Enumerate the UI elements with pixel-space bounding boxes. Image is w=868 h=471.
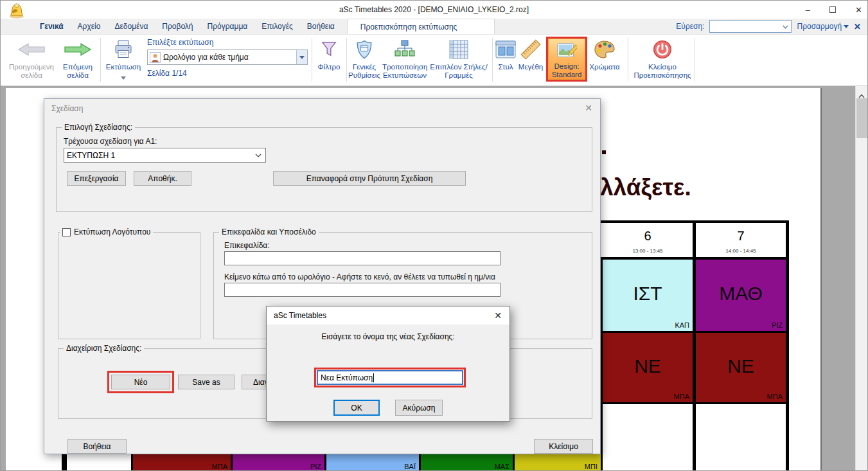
timetable-cell: ΜΑΘ ΡΙΖ [696, 260, 786, 331]
annotation-name-input [314, 368, 466, 387]
scrollbar-thumb[interactable] [856, 98, 867, 138]
close-preview-button[interactable]: Κλείσιμο Προεπισκόπησης [633, 37, 692, 80]
group-label: Επιλογή Σχεδίασης: [62, 123, 135, 132]
save-as-label: Save as [192, 378, 220, 387]
colors-button[interactable]: Χρώματα [588, 37, 621, 71]
report-combobox-value: Ωρολόγιο για κάθε τμήμα [161, 53, 296, 62]
group-label: Διαχείριση Σχεδίασης: [64, 344, 144, 353]
save-as-button[interactable]: Save as [178, 375, 235, 389]
cancel-button[interactable]: Ακύρωση [395, 400, 443, 416]
tab-print-preview[interactable]: Προεπισκόπηση εκτύπωσης [347, 19, 495, 34]
dialog-title: aSc Timetables [274, 311, 326, 320]
close-window-button[interactable]: ✕ [855, 6, 862, 14]
period-time: 14:00 - 14:45 [696, 248, 786, 254]
group-design-selection: Επιλογή Σχεδίασης: Τρέχουσα σχεδίαση για… [56, 127, 592, 212]
style-button[interactable]: Στυλ [494, 37, 517, 71]
cell-teacher: ΜΠΙ [585, 463, 598, 470]
timetable-cell: ΙΣΤ ΚΑΠ [603, 260, 693, 331]
timetable-header-col6: 6 13:00 - 13:45 [603, 223, 693, 257]
arrow-right-icon [64, 42, 92, 57]
ok-label: OK [351, 404, 362, 413]
next-page-label: Επόμενη σελίδα [63, 63, 93, 79]
reset-default-design-button[interactable]: Επαναφορά στην Πρότυπη Σχεδίαση [273, 171, 466, 186]
general-settings-button[interactable]: Γενικές Ρυθμίσεις [348, 37, 381, 80]
timetable-empty-cell [696, 404, 786, 471]
chevron-down-icon [844, 25, 849, 28]
print-logo-checkbox[interactable] [62, 228, 71, 236]
select-print-label: Επιλέξτε εκτύπωση [147, 38, 213, 47]
close-button[interactable]: Κλείσιμο [534, 439, 593, 454]
period-number: 7 [696, 229, 786, 244]
cell-teacher: ΜΠΑ [767, 393, 783, 400]
close-label: Κλείσιμο [549, 442, 578, 451]
toolbar-separator [628, 38, 628, 82]
next-page-button[interactable]: Επόμενη σελίδα [58, 37, 97, 80]
footer-label: Κείμενο κάτω από το ωρολόγιο - Αφήστε το… [224, 272, 495, 281]
ruler-icon [520, 39, 542, 60]
cell-teacher: ΡΙΖ [310, 463, 321, 470]
help-button[interactable]: Βοήθεια [67, 439, 127, 454]
cell-teacher: ΜΠΑ [674, 393, 689, 400]
current-design-value: ΕΚΤΥΠΩΣΗ 1 [64, 151, 255, 160]
ok-button[interactable]: OK [333, 400, 380, 416]
cell-teacher: ΜΠΑ [212, 463, 227, 470]
minimize-button[interactable]: – [806, 6, 810, 14]
report-combobox[interactable]: Ωρολόγιο για κάθε τμήμα [147, 49, 308, 65]
colors-label: Χρώματα [589, 63, 620, 71]
page-text-fragment-dot [602, 150, 606, 154]
prev-page-label: Προηγούμενη σελίδα [9, 63, 54, 79]
reset-label: Επαναφορά στην Πρότυπη Σχεδίαση [306, 174, 433, 183]
hierarchy-icon [394, 39, 416, 60]
cancel-label: Ακύρωση [403, 404, 436, 413]
design-button[interactable]: Design: Standard [548, 39, 585, 80]
menu-help[interactable]: Βοήθεια [300, 19, 342, 34]
menu-spacer [1, 19, 33, 34]
close-dialog-icon[interactable]: ✕ [585, 103, 592, 113]
style-columns-icon [495, 40, 516, 58]
edit-button[interactable]: Επεξεργασία [67, 171, 126, 186]
dialog-titlebar: aSc Timetables ✕ [267, 307, 509, 324]
chevron-down-icon [783, 25, 788, 29]
design-label: Design: Standard [552, 62, 582, 78]
edit-label: Επεξεργασία [74, 174, 118, 183]
timetable-cell: ΝΕ ΜΠΑ [603, 333, 693, 402]
sizes-button[interactable]: Μεγέθη [517, 37, 545, 71]
search-combobox[interactable] [709, 20, 792, 33]
palette-icon [594, 40, 616, 59]
close-dialog-icon[interactable]: ✕ [494, 310, 502, 321]
annotation-design-button: Design: Standard [546, 37, 587, 82]
footer-input[interactable] [224, 283, 500, 297]
period-number: 6 [603, 229, 693, 244]
filter-button[interactable]: Φίλτρο [314, 37, 344, 71]
toolbar-separator [312, 38, 312, 82]
menu-data[interactable]: Δεδομένα [107, 19, 155, 34]
prev-page-button[interactable]: Προηγούμενη σελίδα [6, 37, 57, 80]
modify-prints-button[interactable]: Τροποποίηση Εκτυπώσεων [382, 37, 427, 80]
arrow-left-icon [17, 42, 46, 57]
save-label: Αποθήκ. [148, 174, 177, 183]
current-design-label: Τρέχουσα σχεδίαση για Α1: [64, 137, 157, 146]
menu-file[interactable]: Αρχείο [71, 19, 108, 34]
chevron-down-icon [121, 76, 126, 80]
print-label: Εκτύπωση [106, 63, 141, 71]
menu-schedule[interactable]: Πρόγραμμα [200, 19, 255, 34]
app-window: aSc aSc Timetables 2020 - [DEMO_ENIAIO_L… [0, 0, 868, 471]
header-input[interactable] [224, 251, 500, 265]
menu-view[interactable]: Προβολή [155, 19, 200, 34]
print-button[interactable]: Εκτύπωση [103, 37, 143, 82]
timetable-cell: ΝΕ ΜΠΑ [696, 333, 786, 402]
report-combobox-dropdown[interactable] [296, 50, 307, 64]
maximize-button[interactable] [829, 6, 836, 13]
cell-subject: ΝΕ [603, 355, 693, 377]
menu-options[interactable]: Επιλογές [254, 19, 300, 34]
current-design-combobox[interactable]: ΕΚΤΥΠΩΣΗ 1 [64, 148, 266, 163]
extra-columns-rows-button[interactable]: Επιπλέον Στήλες/Γραμμές [430, 37, 488, 80]
vertical-scrollbar[interactable] [855, 86, 867, 471]
customize-menu[interactable]: Προσαρμογή [797, 22, 849, 31]
period-time: 13:00 - 13:45 [603, 248, 693, 254]
cell-subject: ΜΑΘ [696, 283, 786, 305]
menu-general[interactable]: Γενικά [33, 19, 71, 34]
name-prompt-dialog: aSc Timetables ✕ Εισάγετε το όνομα της ν… [266, 306, 510, 422]
close-toolbar-icon[interactable]: ✕ [854, 22, 861, 31]
save-button[interactable]: Αποθήκ. [134, 171, 191, 186]
